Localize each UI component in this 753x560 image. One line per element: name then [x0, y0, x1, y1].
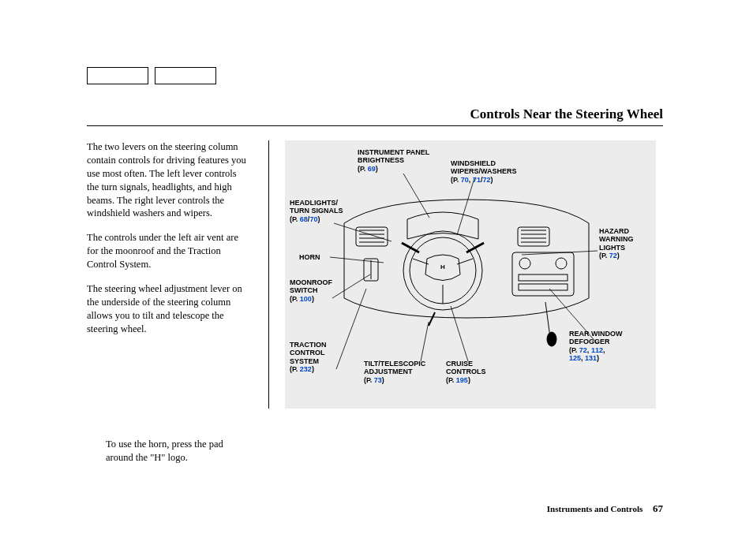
paragraph-1: The two levers on the steering column co… [87, 140, 248, 220]
svg-line-27 [403, 174, 429, 218]
page-ref-link[interactable]: 131 [585, 354, 597, 362]
svg-line-34 [451, 306, 468, 361]
page-ref-link[interactable]: 70 [309, 215, 317, 223]
page-ref-link[interactable]: 69 [368, 165, 376, 173]
body-text: The two levers on the steering column co… [87, 140, 253, 476]
page-ref-link[interactable]: 73 [374, 376, 382, 384]
page-footer: Instruments and Controls 67 [547, 502, 663, 515]
callout-horn: HORN [299, 253, 320, 261]
page-ref-link[interactable]: 72 [482, 176, 490, 184]
page-ref-link[interactable]: 100 [300, 295, 312, 303]
paragraph-3: The steering wheel adjustment lever on t… [87, 282, 248, 336]
header-tabs [87, 67, 663, 84]
page-ref-link[interactable]: 71 [473, 176, 481, 184]
svg-line-31 [332, 274, 370, 298]
callout-instrument-panel-brightness: INSTRUMENT PANEL BRIGHTNESS (P. 69) [358, 148, 429, 173]
page-ref-link[interactable]: 72 [579, 346, 587, 354]
page-ref-link[interactable]: 195 [456, 376, 468, 384]
svg-line-29 [334, 223, 391, 241]
page-ref-link[interactable]: 68 [300, 215, 308, 223]
svg-line-33 [421, 322, 429, 361]
callout-windshield-wipers: WINDSHIELD WIPERS/WASHERS (P. 70, 71/72) [451, 159, 517, 184]
page-ref-link[interactable]: 125 [569, 354, 581, 362]
header-tab-1 [87, 67, 148, 84]
svg-line-32 [336, 289, 366, 369]
callout-headlights-turn-signals: HEADLIGHTS/ TURN SIGNALS (P. 68/70) [290, 199, 343, 223]
callout-tilt-telescopic: TILT/TELESCOPIC ADJUSTMENT (P. 73) [364, 360, 425, 384]
svg-line-35 [522, 251, 598, 255]
page-ref-link[interactable]: 232 [300, 365, 312, 373]
page-ref-link[interactable]: 112 [591, 346, 603, 354]
callout-hazard-lights: HAZARD WARNING LIGHTS (P. 72) [599, 227, 634, 259]
horn-note: To use the horn, press the pad around th… [87, 438, 248, 465]
steering-diagram: H [285, 140, 656, 409]
section-name: Instruments and Controls [547, 504, 642, 513]
page-number: 67 [653, 502, 663, 514]
page-title: Controls Near the Steering Wheel [470, 106, 663, 122]
svg-line-28 [457, 178, 474, 235]
callout-rear-defogger: REAR WINDOW DEFOGGER (P. 72, 112, 125, 1… [569, 330, 623, 362]
column-divider [268, 140, 269, 409]
header-tab-2 [155, 67, 216, 84]
page-ref-link[interactable]: 70 [461, 176, 469, 184]
callout-cruise-controls: CRUISE CONTROLS (P. 195) [446, 360, 486, 384]
paragraph-2: The controls under the left air vent are… [87, 231, 248, 271]
svg-line-30 [330, 257, 384, 263]
page-ref-link[interactable]: 72 [609, 252, 617, 259]
callout-moonroof-switch: MOONROOF SWITCH (P. 100) [290, 278, 332, 303]
callout-traction-control: TRACTION CONTROL SYSTEM (P. 232) [290, 341, 327, 373]
